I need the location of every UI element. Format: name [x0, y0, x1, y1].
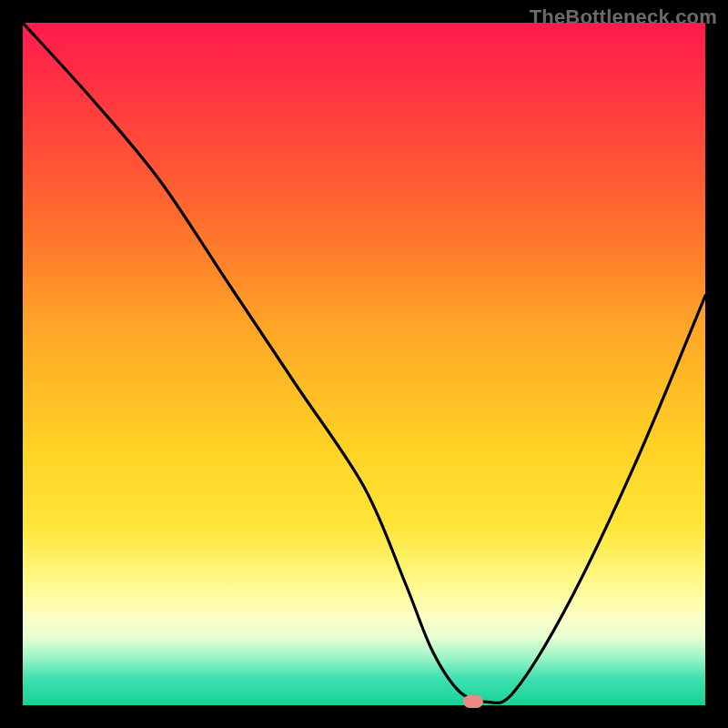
chart-frame: TheBottleneck.com: [0, 0, 728, 728]
optimal-point-marker: [463, 695, 483, 708]
watermark-text: TheBottleneck.com: [530, 5, 717, 29]
plot-area: [23, 23, 705, 705]
bottleneck-curve-path: [23, 23, 705, 703]
line-chart: [23, 23, 705, 705]
